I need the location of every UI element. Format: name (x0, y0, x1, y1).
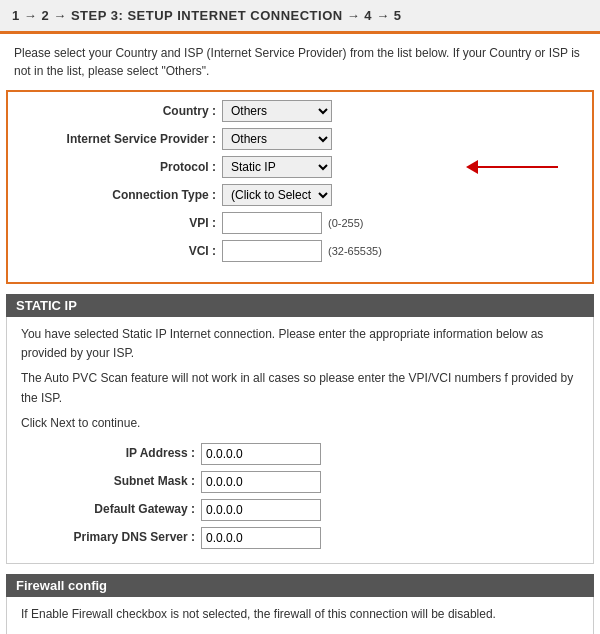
firewall-title: Firewall config (16, 578, 107, 593)
vci-input[interactable] (222, 240, 322, 262)
arrow-hint (466, 160, 558, 174)
gateway-input[interactable] (201, 499, 321, 521)
step-bar: 1 → 2 → STEP 3: SETUP INTERNET CONNECTIO… (12, 8, 588, 23)
protocol-label: Protocol : (22, 160, 222, 174)
form-area: Country : Others Internet Service Provid… (8, 92, 592, 282)
subnet-mask-row: Subnet Mask : (21, 471, 579, 493)
arrow-line (478, 166, 558, 168)
vpi-input[interactable] (222, 212, 322, 234)
connection-form-box: Country : Others Internet Service Provid… (6, 90, 594, 284)
vci-range-hint: (32-65535) (328, 245, 382, 257)
intro-section: Please select your Country and ISP (Inte… (0, 34, 600, 90)
connection-type-select[interactable]: (Click to Select) (222, 184, 332, 206)
country-label: Country : (22, 104, 222, 118)
static-ip-title: STATIC IP (16, 298, 77, 313)
static-ip-body: You have selected Static IP Internet con… (7, 317, 593, 563)
vpi-row: VPI : (0-255) (22, 212, 578, 234)
firewall-description: If Enable Firewall checkbox is not selec… (21, 605, 579, 624)
dns-label: Primary DNS Server : (21, 528, 201, 547)
firewall-body: If Enable Firewall checkbox is not selec… (7, 597, 593, 634)
isp-label: Internet Service Provider : (22, 132, 222, 146)
arrow-head-icon (466, 160, 478, 174)
vci-label: VCI : (22, 244, 222, 258)
protocol-row: Protocol : Static IP (22, 156, 578, 178)
firewall-section: If Enable Firewall checkbox is not selec… (6, 597, 594, 634)
country-row: Country : Others (22, 100, 578, 122)
vci-row: VCI : (32-65535) (22, 240, 578, 262)
dns-input[interactable] (201, 527, 321, 549)
vpi-range-hint: (0-255) (328, 217, 363, 229)
static-ip-section: You have selected Static IP Internet con… (6, 317, 594, 564)
static-ip-para2: The Auto PVC Scan feature will not work … (21, 369, 579, 407)
intro-text: Please select your Country and ISP (Inte… (14, 44, 586, 80)
dns-row: Primary DNS Server : (21, 527, 579, 549)
static-ip-para3: Click Next to continue. (21, 414, 579, 433)
static-ip-section-header: STATIC IP (6, 294, 594, 317)
vpi-label: VPI : (22, 216, 222, 230)
firewall-section-header: Firewall config (6, 574, 594, 597)
isp-select[interactable]: Others (222, 128, 332, 150)
header: 1 → 2 → STEP 3: SETUP INTERNET CONNECTIO… (0, 0, 600, 34)
static-ip-form: IP Address : Subnet Mask : Default Gatew… (21, 443, 579, 549)
country-select[interactable]: Others (222, 100, 332, 122)
ip-address-row: IP Address : (21, 443, 579, 465)
ip-address-label: IP Address : (21, 444, 201, 463)
gateway-label: Default Gateway : (21, 500, 201, 519)
connection-type-row: Connection Type : (Click to Select) (22, 184, 578, 206)
protocol-select[interactable]: Static IP (222, 156, 332, 178)
step-bar-text: 1 → 2 → STEP 3: SETUP INTERNET CONNECTIO… (12, 8, 402, 23)
subnet-mask-input[interactable] (201, 471, 321, 493)
gateway-row: Default Gateway : (21, 499, 579, 521)
isp-row: Internet Service Provider : Others (22, 128, 578, 150)
ip-address-input[interactable] (201, 443, 321, 465)
static-ip-para1: You have selected Static IP Internet con… (21, 325, 579, 363)
connection-type-label: Connection Type : (22, 188, 222, 202)
subnet-mask-label: Subnet Mask : (21, 472, 201, 491)
